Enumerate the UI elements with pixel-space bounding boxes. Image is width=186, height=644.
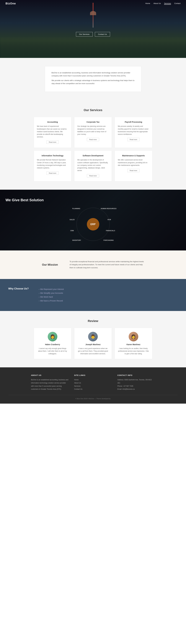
read-more-it[interactable]: Read more	[46, 172, 58, 175]
why-item-4: We have a Proven Record	[38, 299, 64, 303]
service-card-accounting: Accounting We have team of experienced b…	[34, 117, 72, 148]
read-more-tax[interactable]: Read more	[87, 138, 99, 141]
why-item-3: We Work Hard	[38, 295, 64, 299]
review-text-1: I cannot say only enough great things ab…	[37, 347, 68, 355]
erp-label-inventory: INVENTORY	[72, 240, 81, 241]
service-desc-maintenance: We offer customized service-level mainte…	[118, 159, 149, 167]
read-more-software[interactable]: Read more	[87, 174, 99, 178]
city-lights-decoration	[0, 37, 186, 58]
service-desc-payroll: We process weekly, bi-weekly and monthly…	[118, 125, 149, 136]
review-card-2: 👨 Joseph Martinez It was a very good exp…	[74, 328, 112, 359]
footer-bottom: © Bizo-One 2018 © BizOne — Theme develop…	[8, 395, 178, 400]
erp-label-hcm: HCM	[108, 219, 111, 220]
review-grid: 👩 Halen Cranberry I cannot say only enou…	[34, 328, 152, 359]
footer-sitelinks-title: SITE LINKS	[74, 374, 112, 376]
service-desc-tax: Our strategic tax planning services are …	[77, 125, 109, 136]
footer-email: Email: info@bizones.ca	[117, 388, 155, 391]
footer-link-services[interactable]: Services	[74, 384, 112, 388]
services-grid: Accounting We have team of experienced b…	[34, 117, 152, 182]
about-section: BizOne is an established accounting, bus…	[0, 58, 186, 100]
footer-link-home[interactable]: Home	[74, 378, 112, 382]
avatar-face-1: 👩	[50, 334, 55, 339]
service-card-maintenance: Maintenance & Supports We offer customiz…	[114, 150, 152, 182]
avatar-face-2: 👨	[90, 334, 96, 339]
erp-label-purchasing: PURCHASING	[104, 240, 114, 241]
footer-link-contact[interactable]: Contact Us	[74, 388, 112, 391]
footer-contact-title: CONTACT INFO	[117, 374, 155, 376]
avatar-2: 👨	[88, 332, 98, 342]
mission-title: Our Mission	[42, 263, 61, 266]
our-services-button[interactable]: Our Services	[76, 32, 93, 36]
erp-section: We Give Best Solution ERP PLANNING SALES…	[0, 190, 186, 250]
mission-section: Our Mission To provide exceptional finan…	[34, 250, 152, 279]
why-item-2: We Simplify your Accounts	[38, 291, 64, 295]
nav-links: Home About Us Services Contact	[145, 2, 180, 5]
read-more-maintenance[interactable]: Read more	[128, 169, 140, 172]
service-title-software: Software Development	[77, 154, 109, 157]
services-section: Our Services Accounting We have team of …	[0, 100, 186, 190]
service-desc-accounting: We have team of experienced bookkeepers …	[37, 125, 68, 138]
why-title: Why Choose Us?	[8, 287, 30, 290]
footer-grid: ABOUT US BizOne is an established accoun…	[31, 374, 155, 391]
review-text-3: I was looking for an auditor, their time…	[118, 347, 149, 355]
service-card-payroll: Payroll Processing We process weekly, bi…	[114, 117, 152, 148]
service-card-it: Information Technology We provide Remote…	[34, 150, 72, 182]
about-para1: BizOne is an established accounting, bus…	[52, 71, 134, 77]
navigation: BizOne Home About Us Services Contact	[0, 0, 186, 7]
hero-section: Our Services Contact Us	[0, 0, 186, 58]
footer-about-col: ABOUT US BizOne is an established accoun…	[31, 374, 69, 391]
avatar-1: 👩	[48, 332, 57, 342]
services-title: Our Services	[6, 108, 180, 112]
footer-link-about[interactable]: About Us	[74, 382, 112, 384]
reviewer-name-1: Halen Cranberry	[37, 343, 68, 346]
erp-label-financials: FINANCIALS	[106, 230, 115, 232]
erp-label-hr: HUMAN RESOURCES	[101, 208, 116, 210]
erp-label-crm: CRM	[70, 230, 74, 232]
about-box: BizOne is an established accounting, bus…	[45, 66, 141, 92]
read-more-payroll[interactable]: Read more	[128, 138, 140, 141]
nav-about[interactable]: About Us	[154, 2, 161, 5]
erp-label-sales: SALES	[70, 219, 75, 220]
review-title: Review	[6, 319, 180, 323]
review-text-2: It was a very good experience when we go…	[77, 347, 109, 355]
why-item-1: We Represent your Interest	[38, 287, 64, 291]
footer-address: Address: 5000 Danforth Ave, Toronto, ON …	[117, 378, 155, 384]
footer-copyright: © Bizo-One 2018 © BizOne — Theme develop…	[76, 398, 110, 400]
service-title-tax: Corporate Tax	[77, 121, 109, 123]
nav-home[interactable]: Home	[145, 2, 150, 5]
reviewer-name-2: Joseph Martinez	[77, 343, 109, 346]
service-card-software: Software Development We specialize in th…	[74, 150, 112, 182]
erp-title: We Give Best Solution	[6, 198, 180, 202]
erp-diagram: ERP PLANNING SALES CRM INVENTORY HUMAN R…	[70, 206, 116, 242]
footer-sitelinks-col: SITE LINKS Home About Us Services Contac…	[74, 374, 112, 391]
review-section: Review 👩 Halen Cranberry I cannot say on…	[0, 311, 186, 368]
logo[interactable]: BizOne	[6, 2, 16, 5]
footer: ABOUT US BizOne is an established accoun…	[0, 367, 186, 404]
mission-wrapper: Our Mission To provide exceptional finan…	[0, 250, 186, 279]
footer-about-title: ABOUT US	[31, 374, 69, 376]
reviewer-name-3: Karen Martinez	[118, 343, 149, 346]
nav-contact[interactable]: Contact	[174, 2, 180, 5]
service-title-accounting: Accounting	[37, 121, 68, 123]
service-title-maintenance: Maintenance & Supports	[118, 154, 149, 157]
service-desc-software: We specialize in the development of cust…	[77, 159, 109, 172]
service-title-payroll: Payroll Processing	[118, 121, 149, 123]
nav-services[interactable]: Services	[164, 2, 171, 5]
footer-contact-col: CONTACT INFO Address: 5000 Danforth Ave,…	[117, 374, 155, 391]
erp-center: ERP	[87, 218, 99, 230]
avatar-3: 👩	[129, 332, 138, 342]
why-section: Why Choose Us? We Represent your Interes…	[0, 279, 186, 311]
mission-text: To provide exceptional financial and pro…	[70, 260, 144, 269]
hero-content: Our Services Contact Us	[76, 30, 110, 36]
read-more-accounting[interactable]: Read more	[46, 140, 58, 144]
hero-buttons: Our Services Contact Us	[76, 32, 110, 36]
service-desc-it: We provide Remote Network Operation Cent…	[37, 159, 68, 169]
about-para2: We provide our clients with a strategic …	[52, 79, 134, 85]
review-card-3: 👩 Karen Martinez I was looking for an au…	[114, 328, 152, 359]
contact-us-button[interactable]: Contact Us	[95, 32, 110, 36]
erp-label-planning: PLANNING	[72, 208, 80, 210]
service-title-it: Information Technology	[37, 154, 68, 157]
review-card-1: 👩 Halen Cranberry I cannot say only enou…	[34, 328, 72, 359]
service-card-tax: Corporate Tax Our strategic tax planning…	[74, 117, 112, 148]
avatar-face-3: 👩	[131, 334, 136, 339]
